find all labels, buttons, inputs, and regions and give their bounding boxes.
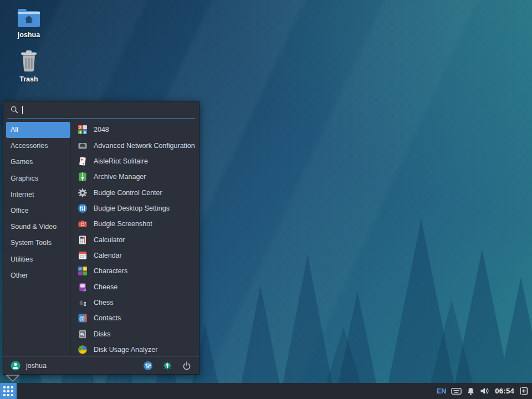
menu-search-input[interactable] xyxy=(26,106,192,114)
app-list: 2482048Advanced Network Configuration♥♥A… xyxy=(71,119,199,356)
network-port-icon xyxy=(78,141,88,151)
keyboard-layout-indicator[interactable]: EN xyxy=(437,387,446,395)
desktop-icon-home-folder[interactable]: joshua xyxy=(8,7,50,39)
system-tools-button[interactable] xyxy=(162,361,172,371)
raven-toggle-icon[interactable] xyxy=(519,387,528,395)
app-item-advanced-network-configuration[interactable]: Advanced Network Configuration xyxy=(71,137,199,153)
text-cursor xyxy=(22,106,23,114)
menu-search-row xyxy=(3,101,199,118)
svg-text:8: 8 xyxy=(84,130,86,134)
app-item-characters[interactable]: ACharacters xyxy=(71,263,199,279)
cheese-webcam-icon xyxy=(78,282,88,292)
app-item-2048[interactable]: 2482048 xyxy=(71,122,199,137)
characters-icon: A xyxy=(78,266,88,276)
camera-icon xyxy=(78,219,88,229)
app-item-calculator[interactable]: Calculator xyxy=(71,232,199,247)
app-item-label: Calendar xyxy=(94,252,122,259)
app-item-label: Disks xyxy=(94,330,111,338)
app-item-label: Budgie Control Center xyxy=(94,189,162,197)
disk-usage-pie-icon xyxy=(78,345,88,355)
app-item-contacts[interactable]: @Contacts xyxy=(71,310,199,326)
app-item-chess[interactable]: ♞Chess xyxy=(71,295,199,310)
app-item-label: Contacts xyxy=(94,314,121,322)
svg-text:♞: ♞ xyxy=(78,299,85,307)
desktop-icon-label: Trash xyxy=(8,75,50,83)
category-item-graphics[interactable]: Graphics xyxy=(6,171,70,187)
clock[interactable]: 06:54 xyxy=(495,387,514,395)
menu-footer: joshua xyxy=(3,356,199,374)
logged-in-username: joshua xyxy=(26,362,134,370)
app-item-disks[interactable]: Disks xyxy=(71,326,199,341)
archive-zip-icon xyxy=(78,172,88,182)
app-item-label: Budgie Desktop Settings xyxy=(94,204,170,212)
category-item-other[interactable]: Other xyxy=(6,268,70,284)
app-item-label: AisleRiot Solitaire xyxy=(94,157,148,165)
app-item-label: Chess xyxy=(94,299,113,306)
app-item-budgie-control-center[interactable]: Budgie Control Center xyxy=(71,185,199,200)
svg-text:2: 2 xyxy=(79,125,81,129)
svg-text:4: 4 xyxy=(79,130,81,134)
keyboard-icon[interactable] xyxy=(451,387,462,395)
app-item-disk-usage-analyzer[interactable]: Disk Usage Analyzer xyxy=(71,342,199,356)
svg-text:A: A xyxy=(79,267,81,270)
category-item-system-tools[interactable]: System Tools xyxy=(6,235,70,251)
category-list: AllAccessoriesGamesGraphicsInternetOffic… xyxy=(3,119,71,356)
app-item-label: Budgie Screenshot xyxy=(94,220,152,228)
gear-icon xyxy=(78,188,88,198)
volume-icon[interactable] xyxy=(480,387,490,395)
solitaire-card-icon: ♥♥ xyxy=(78,156,88,166)
app-item-label: Advanced Network Configuration xyxy=(94,142,195,150)
power-button[interactable] xyxy=(182,361,192,371)
home-folder-icon xyxy=(17,7,41,28)
category-item-accessories[interactable]: Accessories xyxy=(6,138,70,154)
app-menu-popover: AllAccessoriesGamesGraphicsInternetOffic… xyxy=(3,101,200,375)
category-item-internet[interactable]: Internet xyxy=(6,187,70,203)
app-item-label: Disk Usage Analyzer xyxy=(94,346,157,354)
svg-text:@: @ xyxy=(79,315,85,321)
desktop-icon-label: joshua xyxy=(8,31,50,39)
app-item-archive-manager[interactable]: Archive Manager xyxy=(71,169,199,185)
bell-icon[interactable] xyxy=(467,387,475,396)
app-item-budgie-desktop-settings[interactable]: Budgie Desktop Settings xyxy=(71,201,199,216)
category-item-games[interactable]: Games xyxy=(6,154,70,170)
menu-pointer-chevron xyxy=(6,375,20,382)
category-item-office[interactable]: Office xyxy=(6,203,70,219)
user-avatar-icon[interactable] xyxy=(11,361,21,371)
calculator-icon xyxy=(78,235,88,245)
disks-drive-icon xyxy=(78,329,88,339)
search-icon xyxy=(10,105,19,114)
contacts-icon: @ xyxy=(78,313,88,323)
category-item-utilities[interactable]: Utilities xyxy=(6,252,70,268)
budgie-desktop-settings-button[interactable] xyxy=(143,361,153,371)
app-item-budgie-screenshot[interactable]: Budgie Screenshot xyxy=(71,216,199,232)
app-item-label: Characters xyxy=(94,267,127,275)
app-item-calendar[interactable]: Calendar xyxy=(71,248,199,263)
app-item-aisleriot-solitaire[interactable]: ♥♥AisleRiot Solitaire xyxy=(71,154,199,169)
budgie-sliders-icon xyxy=(78,203,88,213)
app-item-label: Calculator xyxy=(94,236,125,244)
category-item-all[interactable]: All xyxy=(6,122,70,138)
app-item-label: 2048 xyxy=(94,126,109,134)
system-tray: EN 06:54 xyxy=(437,387,532,396)
category-item-sound-video[interactable]: Sound & Video xyxy=(6,219,70,235)
app-grid-icon[interactable] xyxy=(0,383,17,399)
calendar-icon xyxy=(78,250,88,260)
chess-knight-icon: ♞ xyxy=(78,298,88,308)
app-item-label: Cheese xyxy=(94,283,117,291)
app-item-cheese[interactable]: Cheese xyxy=(71,279,199,294)
trash-icon xyxy=(18,50,39,72)
bottom-panel: EN 06:54 xyxy=(0,383,532,399)
desktop-icon-trash[interactable]: Trash xyxy=(8,50,50,83)
app-item-label: Archive Manager xyxy=(94,173,146,181)
game-2048-icon: 248 xyxy=(78,125,88,135)
